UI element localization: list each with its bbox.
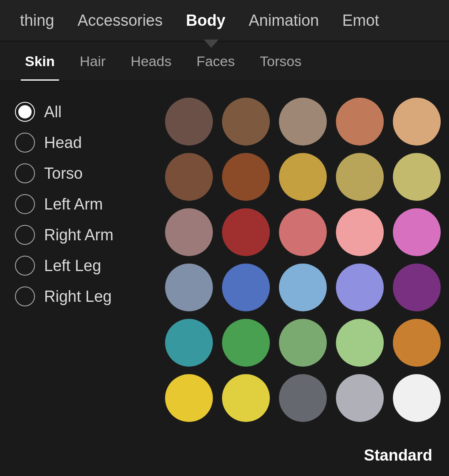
- radio-circle-head: [15, 133, 35, 153]
- color-grid: [165, 94, 441, 468]
- color-swatch-3-3[interactable]: [336, 264, 384, 311]
- top-nav-item-animation[interactable]: Animation: [237, 12, 331, 30]
- tab-hair[interactable]: Hair: [67, 42, 118, 81]
- top-nav: thing Accessories Body Animation Emot: [0, 0, 449, 42]
- radio-right-arm[interactable]: Right Arm: [8, 221, 157, 249]
- color-row-5: [165, 374, 441, 422]
- color-row-4: [165, 319, 441, 367]
- radio-label-head: Head: [44, 134, 82, 152]
- color-swatch-1-0[interactable]: [165, 153, 213, 201]
- radio-label-right-arm: Right Arm: [44, 226, 113, 244]
- radio-label-all: All: [44, 103, 62, 121]
- sub-nav: Skin Hair Heads Faces Torsos: [0, 42, 449, 81]
- radio-torso[interactable]: Torso: [8, 159, 157, 187]
- radio-label-torso: Torso: [44, 165, 83, 183]
- color-row-1: [165, 153, 441, 201]
- color-swatch-3-4[interactable]: [393, 264, 441, 311]
- color-swatch-4-2[interactable]: [279, 319, 327, 367]
- color-swatch-4-0[interactable]: [165, 319, 213, 367]
- radio-circle-left-arm: [15, 194, 35, 214]
- radio-head[interactable]: Head: [8, 128, 157, 157]
- color-row-0: [165, 98, 441, 146]
- radio-left-leg[interactable]: Left Leg: [8, 252, 157, 280]
- radio-circle-right-leg: [15, 286, 35, 306]
- body-part-selector: All Head Torso Left Arm Right Arm Left L…: [8, 94, 157, 468]
- color-swatch-2-2[interactable]: [279, 208, 327, 256]
- radio-left-arm[interactable]: Left Arm: [8, 190, 157, 218]
- color-swatch-2-0[interactable]: [165, 208, 213, 256]
- color-swatch-3-0[interactable]: [165, 264, 213, 311]
- color-row-3: [165, 264, 441, 311]
- color-swatch-4-3[interactable]: [336, 319, 384, 367]
- color-swatch-4-1[interactable]: [222, 319, 270, 367]
- top-nav-item-body[interactable]: Body: [174, 12, 237, 30]
- radio-label-right-leg: Right Leg: [44, 288, 112, 306]
- color-swatch-5-4[interactable]: [393, 374, 441, 422]
- color-swatch-1-3[interactable]: [336, 153, 384, 201]
- radio-circle-right-arm: [15, 225, 35, 245]
- color-swatch-0-2[interactable]: [279, 98, 327, 146]
- color-swatch-3-2[interactable]: [279, 264, 327, 311]
- color-swatch-1-1[interactable]: [222, 153, 270, 201]
- color-swatch-2-4[interactable]: [393, 208, 441, 256]
- radio-right-leg[interactable]: Right Leg: [8, 282, 157, 311]
- main-content: All Head Torso Left Arm Right Arm Left L…: [0, 81, 449, 476]
- color-swatch-0-1[interactable]: [222, 98, 270, 146]
- color-swatch-2-3[interactable]: [336, 208, 384, 256]
- top-nav-item-emot[interactable]: Emot: [331, 12, 391, 30]
- radio-all[interactable]: All: [8, 98, 157, 126]
- top-nav-item-clothing[interactable]: thing: [8, 12, 66, 30]
- color-swatch-2-1[interactable]: [222, 208, 270, 256]
- color-swatch-1-2[interactable]: [279, 153, 327, 201]
- radio-label-left-leg: Left Leg: [44, 257, 101, 275]
- color-swatch-5-2[interactable]: [279, 374, 327, 422]
- color-swatch-0-0[interactable]: [165, 98, 213, 146]
- color-swatch-0-4[interactable]: [393, 98, 441, 146]
- color-row-2: [165, 208, 441, 256]
- standard-label: Standard: [364, 446, 432, 464]
- tab-faces[interactable]: Faces: [184, 42, 247, 81]
- radio-circle-torso: [15, 163, 35, 183]
- radio-label-left-arm: Left Arm: [44, 195, 103, 213]
- radio-circle-all: [15, 102, 35, 122]
- color-swatch-5-1[interactable]: [222, 374, 270, 422]
- tab-skin[interactable]: Skin: [12, 42, 67, 81]
- tab-torsos[interactable]: Torsos: [247, 42, 314, 81]
- color-swatch-5-3[interactable]: [336, 374, 384, 422]
- color-swatch-5-0[interactable]: [165, 374, 213, 422]
- color-swatch-4-4[interactable]: [393, 319, 441, 367]
- color-swatch-1-4[interactable]: [393, 153, 441, 201]
- color-swatch-3-1[interactable]: [222, 264, 270, 311]
- tab-heads[interactable]: Heads: [118, 42, 184, 81]
- color-swatch-0-3[interactable]: [336, 98, 384, 146]
- radio-circle-left-leg: [15, 256, 35, 276]
- top-nav-item-accessories[interactable]: Accessories: [66, 12, 174, 30]
